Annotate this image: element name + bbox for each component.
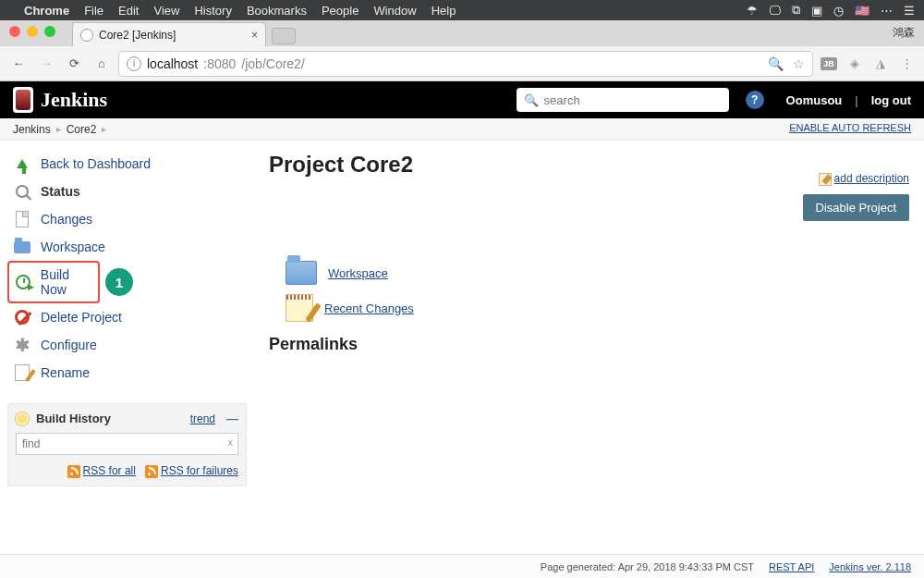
- sidebar-item-label: Delete Project: [41, 310, 122, 325]
- search-input[interactable]: [544, 93, 722, 107]
- rss-failures-link[interactable]: RSS for failures: [161, 464, 238, 477]
- permalinks-heading: Permalinks: [269, 335, 909, 354]
- folder-icon: [13, 238, 31, 256]
- search-in-page-icon[interactable]: 🔍: [768, 56, 784, 71]
- menu-bookmarks[interactable]: Bookmarks: [247, 4, 307, 18]
- build-now-icon: [15, 273, 31, 291]
- jenkins-search[interactable]: 🔍: [517, 88, 729, 112]
- back-button[interactable]: ←: [7, 53, 30, 75]
- breadcrumb-root[interactable]: Jenkins: [13, 123, 51, 136]
- tray-menu-icon[interactable]: ☰: [904, 4, 915, 18]
- footer: Page generated: Apr 29, 2018 9:43:33 PM …: [0, 554, 924, 578]
- zoom-window-button[interactable]: [44, 26, 55, 37]
- sidebar-item-build-now[interactable]: Build Now: [7, 261, 100, 303]
- folder-icon: [286, 261, 317, 285]
- workspace-link[interactable]: Workspace: [328, 266, 388, 280]
- tray-display-icon[interactable]: 🖵: [769, 4, 781, 18]
- main-area: Back to Dashboard Status Changes Workspa…: [0, 141, 924, 529]
- sidebar-item-workspace[interactable]: Workspace: [7, 233, 247, 261]
- sidebar-item-label: Back to Dashboard: [41, 156, 151, 171]
- menu-window[interactable]: Window: [373, 4, 416, 18]
- tray-flag-icon[interactable]: 🇺🇸: [855, 4, 869, 18]
- browser-tab[interactable]: Core2 [Jenkins] ×: [72, 22, 266, 46]
- sidebar-item-label: Build Now: [41, 267, 92, 297]
- chrome-profile-badge[interactable]: 鴻森: [893, 25, 915, 41]
- site-info-icon[interactable]: i: [127, 56, 141, 71]
- recent-changes-link[interactable]: Recent Changes: [324, 301, 414, 315]
- sidebar-item-changes[interactable]: Changes: [7, 205, 247, 233]
- recent-changes-link-row[interactable]: Recent Changes: [286, 294, 909, 322]
- trend-link[interactable]: trend: [190, 412, 215, 425]
- close-tab-icon[interactable]: ×: [251, 29, 258, 42]
- ext-cube-icon[interactable]: ◈: [845, 54, 865, 74]
- menu-history[interactable]: History: [194, 4, 231, 18]
- tab-title: Core2 [Jenkins]: [99, 29, 176, 42]
- home-button[interactable]: ⌂: [91, 53, 113, 75]
- chevron-right-icon: ▸: [56, 124, 61, 134]
- breadcrumb-project[interactable]: Core2: [67, 123, 97, 136]
- sidebar-item-delete[interactable]: Delete Project: [7, 303, 247, 331]
- menu-help[interactable]: Help: [432, 4, 456, 18]
- tray-more-icon[interactable]: ⋯: [881, 4, 893, 18]
- url-host: localhost: [147, 56, 198, 71]
- tray-battery-icon[interactable]: ▣: [811, 4, 822, 18]
- sidebar-item-configure[interactable]: Configure: [7, 331, 247, 359]
- new-tab-button[interactable]: [272, 28, 296, 44]
- url-port: :8080: [203, 56, 236, 71]
- ext-tree-icon[interactable]: ◮: [870, 54, 891, 74]
- trend-collapse-icon[interactable]: —: [226, 412, 238, 425]
- jenkins-version-link[interactable]: Jenkins ver. 2.118: [829, 561, 911, 572]
- tray-umbrella-icon[interactable]: ☂: [747, 4, 758, 18]
- workspace-link-row[interactable]: Workspace: [286, 261, 909, 285]
- sidebar-item-label: Workspace: [41, 240, 105, 254]
- rss-icon: [67, 465, 80, 478]
- address-bar[interactable]: i localhost:8080/job/Core2/ 🔍 ☆: [118, 51, 813, 77]
- disable-project-button[interactable]: Disable Project: [803, 194, 909, 221]
- forward-button: →: [35, 53, 57, 75]
- sidebar: Back to Dashboard Status Changes Workspa…: [0, 141, 254, 529]
- search-icon: 🔍: [524, 93, 539, 107]
- tray-wifi-icon[interactable]: ⧉: [792, 3, 800, 18]
- magnify-icon: [13, 182, 31, 201]
- sidebar-item-label: Changes: [41, 212, 92, 227]
- annotation-callout: 1: [105, 268, 133, 296]
- help-icon[interactable]: ?: [746, 91, 764, 109]
- window-controls[interactable]: [9, 26, 55, 37]
- sidebar-item-rename[interactable]: Rename: [7, 359, 247, 387]
- menu-edit[interactable]: Edit: [118, 4, 139, 18]
- sidebar-item-label: Rename: [41, 365, 90, 380]
- reload-button[interactable]: ⟳: [63, 53, 85, 75]
- chrome-tabstrip: Core2 [Jenkins] × 鴻森: [0, 20, 924, 46]
- chrome-menu-icon[interactable]: ⋮: [896, 54, 917, 74]
- header-user-link[interactable]: Oomusou: [786, 93, 843, 107]
- minimize-window-button[interactable]: [27, 26, 38, 37]
- menu-app[interactable]: Chrome: [24, 4, 69, 18]
- chrome-toolbar: ← → ⟳ ⌂ i localhost:8080/job/Core2/ 🔍 ☆ …: [0, 46, 924, 81]
- jenkins-header: Jenkins 🔍 ? Oomusou | log out: [0, 81, 924, 118]
- menu-people[interactable]: People: [322, 4, 359, 18]
- rename-icon: [13, 363, 31, 382]
- mac-menubar: Chrome File Edit View History Bookmarks …: [0, 0, 924, 20]
- add-description-link[interactable]: add description: [834, 172, 909, 185]
- sidebar-item-back[interactable]: Back to Dashboard: [7, 150, 247, 178]
- ext-jb-icon[interactable]: JB: [819, 54, 839, 74]
- jenkins-logo[interactable]: Jenkins: [13, 87, 107, 113]
- logout-link[interactable]: log out: [871, 93, 911, 107]
- notepad-icon: [286, 294, 313, 322]
- tray-clock-icon[interactable]: ◷: [833, 4, 844, 18]
- pencil-icon: [819, 173, 832, 186]
- document-icon: [13, 210, 31, 228]
- bookmark-star-icon[interactable]: ☆: [793, 56, 805, 71]
- gear-icon: [13, 336, 31, 354]
- sidebar-item-status[interactable]: Status: [7, 178, 247, 205]
- rest-api-link[interactable]: REST API: [769, 561, 814, 572]
- rss-all-link[interactable]: RSS for all: [83, 464, 136, 477]
- menu-file[interactable]: File: [84, 4, 103, 18]
- build-history-find-input[interactable]: [16, 433, 238, 455]
- menu-view[interactable]: View: [153, 4, 179, 18]
- sun-icon: [16, 412, 29, 425]
- page-title: Project Core2: [269, 152, 909, 178]
- enable-auto-refresh-link[interactable]: ENABLE AUTO REFRESH: [789, 122, 911, 133]
- close-window-button[interactable]: [9, 26, 20, 37]
- clear-input-icon[interactable]: x: [228, 437, 234, 448]
